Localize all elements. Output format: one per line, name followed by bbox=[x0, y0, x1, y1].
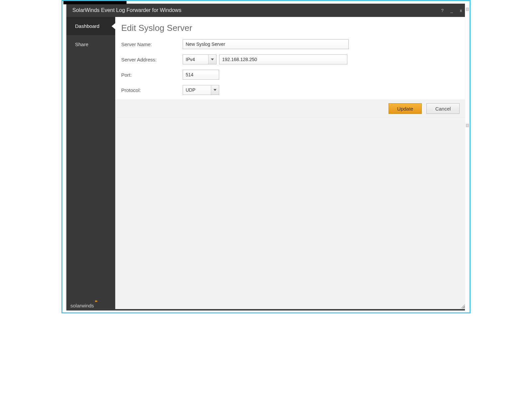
chevron-down-icon bbox=[208, 55, 216, 64]
page-title: Edit Syslog Server bbox=[121, 23, 460, 33]
brand: solarwinds ❝ bbox=[70, 300, 98, 308]
server-address-input[interactable] bbox=[219, 54, 347, 64]
page-slice-top bbox=[62, 1, 470, 4]
flame-icon: ❝ bbox=[95, 300, 98, 305]
row-server-name: Server Name: bbox=[121, 39, 460, 49]
window-controls: ? _ x bbox=[440, 8, 464, 13]
protocol-select[interactable]: UDP bbox=[183, 85, 219, 95]
action-bar: Update Cancel bbox=[115, 100, 466, 117]
cancel-button[interactable]: Cancel bbox=[426, 103, 460, 114]
row-server-address: Server Address: IPv4 bbox=[121, 54, 460, 64]
port-input[interactable] bbox=[183, 70, 219, 80]
label-server-name: Server Name: bbox=[121, 41, 183, 47]
outer-frame: SolarWinds Event Log Forwarder for Windo… bbox=[61, 0, 471, 313]
update-button[interactable]: Update bbox=[389, 103, 422, 114]
resize-grip-icon[interactable] bbox=[460, 304, 465, 308]
server-name-input[interactable] bbox=[183, 39, 349, 49]
sidebar-item-label: Share bbox=[75, 41, 88, 47]
window-title: SolarWinds Event Log Forwarder for Windo… bbox=[72, 7, 440, 13]
row-protocol: Protocol: UDP bbox=[121, 85, 460, 95]
scrollbar-thumb-hint bbox=[466, 8, 469, 11]
host-scrollbar[interactable] bbox=[465, 1, 470, 312]
cropped-text-bg bbox=[63, 0, 127, 4]
chevron-down-icon bbox=[211, 85, 219, 95]
sidebar-item-dashboard[interactable]: Dashboard bbox=[66, 17, 115, 35]
app-window: SolarWinds Event Log Forwarder for Windo… bbox=[66, 4, 467, 310]
close-button[interactable]: x bbox=[458, 8, 464, 13]
scrollbar-thumb-hint bbox=[466, 124, 469, 127]
sidebar-item-share[interactable]: Share bbox=[66, 35, 115, 53]
label-server-address: Server Address: bbox=[121, 57, 183, 62]
label-protocol: Protocol: bbox=[121, 87, 183, 93]
minimize-button[interactable]: _ bbox=[449, 8, 454, 13]
content-pane: Edit Syslog Server Server Name: Server A… bbox=[115, 17, 466, 309]
sidebar: Dashboard Share solarwinds ❝ bbox=[66, 17, 115, 310]
ip-version-select[interactable]: IPv4 bbox=[183, 54, 217, 64]
empty-area bbox=[115, 117, 466, 309]
help-button[interactable]: ? bbox=[440, 8, 445, 13]
label-port: Port: bbox=[121, 72, 183, 78]
row-port: Port: bbox=[121, 70, 460, 80]
protocol-value: UDP bbox=[186, 87, 196, 93]
ip-version-value: IPv4 bbox=[186, 57, 195, 62]
app-body: Dashboard Share solarwinds ❝ Edit Syslog… bbox=[66, 17, 467, 310]
sidebar-item-label: Dashboard bbox=[75, 23, 99, 29]
brand-text: solarwinds bbox=[70, 303, 94, 308]
titlebar: SolarWinds Event Log Forwarder for Windo… bbox=[66, 4, 467, 17]
form-area: Edit Syslog Server Server Name: Server A… bbox=[115, 17, 466, 100]
